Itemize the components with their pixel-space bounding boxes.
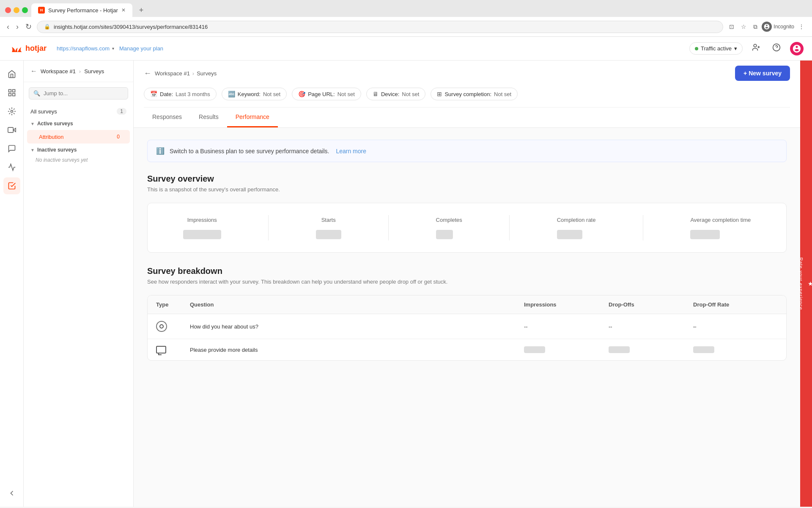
textarea-corner-icon	[158, 353, 162, 355]
date-filter-chip[interactable]: 📅 Date: Last 3 months	[144, 88, 217, 100]
attribution-label: Attribution	[39, 134, 64, 140]
back-arrow-icon[interactable]: ←	[30, 67, 37, 75]
search-input[interactable]	[44, 90, 123, 97]
survey-overview-section: Survey overview This is a snapshot of th…	[147, 174, 787, 253]
help-button[interactable]	[770, 41, 783, 56]
browser-window-controls	[5, 7, 28, 13]
date-filter-label: Date:	[160, 91, 173, 97]
starts-label: Starts	[316, 217, 341, 223]
row2-drop-off-rate-blur	[693, 346, 714, 353]
top-bc-surveys: Surveys	[197, 70, 217, 77]
app-container: hotjar https://snapflows.com ▾ Manage yo…	[0, 37, 812, 507]
table-row: How did you hear about us? -- -- –	[148, 314, 786, 339]
browser-nav-bar: ‹ › ↻ 🔒 insights.hotjar.com/sites/309041…	[0, 17, 812, 37]
sidebar-item-heatmaps[interactable]	[3, 103, 20, 120]
new-survey-button[interactable]: + New survey	[735, 66, 790, 81]
completion-rate-value	[557, 230, 582, 239]
page-url-filter-chip[interactable]: 🎯 Page URL: Not set	[292, 88, 361, 100]
app-header: hotjar https://snapflows.com ▾ Manage yo…	[0, 37, 812, 61]
rate-experience-sidebar[interactable]: ★ Rate your experience	[800, 61, 812, 507]
th-drop-offs: Drop-Offs	[609, 301, 693, 308]
cast-icon[interactable]: ⊡	[727, 22, 737, 32]
survey-completion-filter-label: Survey completion:	[444, 91, 491, 97]
hotjar-logo: hotjar	[8, 42, 47, 55]
user-avatar[interactable]	[790, 42, 804, 55]
date-filter-value: Last 3 months	[176, 91, 210, 97]
browser-menu-button[interactable]: ⋮	[796, 22, 807, 32]
row1-type	[156, 321, 190, 332]
all-surveys-row[interactable]: All surveys 1	[24, 105, 133, 118]
browser-tab-title: Survey Performance - Hotjar	[48, 7, 118, 14]
device-filter-chip[interactable]: 🖥 Device: Not set	[366, 88, 426, 100]
inactive-surveys-arrow: ▼	[30, 148, 35, 152]
keyword-filter-chip[interactable]: 🔤 Keyword: Not set	[222, 88, 287, 100]
new-tab-button[interactable]: +	[136, 4, 147, 17]
textarea-type-icon	[156, 346, 166, 353]
avg-time-value	[690, 230, 720, 239]
active-surveys-label: Active surveys	[37, 121, 73, 127]
sidebar-item-feedback[interactable]	[3, 140, 20, 157]
sidebar-item-funnels[interactable]	[3, 159, 20, 176]
keyword-icon: 🔤	[228, 91, 235, 97]
header-right: Traffic active ▾	[689, 41, 804, 56]
active-surveys-arrow: ▼	[30, 121, 35, 126]
address-text: insights.hotjar.com/sites/3090413/survey…	[54, 24, 208, 30]
tab-performance[interactable]: Performance	[227, 108, 278, 127]
forward-button[interactable]: ›	[14, 21, 20, 33]
inactive-surveys-label: Inactive surveys	[37, 147, 77, 153]
maximize-window-button[interactable]	[22, 7, 28, 13]
tab-results[interactable]: Results	[190, 108, 227, 127]
row2-drop-offs-blur	[609, 346, 630, 353]
survey-completion-filter-value: Not set	[494, 91, 511, 97]
browser-tab[interactable]: H Survey Performance - Hotjar ✕	[31, 3, 132, 17]
metric-separator-4	[643, 215, 643, 240]
metric-avg-time: Average completion time	[690, 217, 751, 239]
manage-plan-link[interactable]: Manage your plan	[119, 45, 163, 52]
address-bar[interactable]: 🔒 insights.hotjar.com/sites/3090413/surv…	[37, 21, 723, 33]
sidebar-item-collapse[interactable]	[3, 485, 20, 502]
browser-title-bar: H Survey Performance - Hotjar ✕ +	[0, 0, 812, 17]
traffic-status-label: Traffic active	[701, 45, 732, 52]
incognito-icon	[762, 22, 772, 32]
breadcrumb-separator: ›	[79, 68, 81, 75]
keyword-filter-value: Not set	[263, 91, 280, 97]
sidebar-item-dashboard[interactable]	[3, 84, 20, 101]
refresh-button[interactable]: ↻	[24, 20, 33, 33]
traffic-status-badge[interactable]: Traffic active ▾	[689, 42, 743, 55]
top-bc-sep: ›	[192, 70, 194, 77]
back-button[interactable]: ‹	[5, 21, 11, 33]
extensions-icon[interactable]: ⧉	[751, 22, 760, 32]
add-user-button[interactable]	[749, 41, 763, 56]
top-back-arrow[interactable]: ←	[144, 69, 151, 78]
sidebar-item-home[interactable]	[3, 66, 20, 83]
bookmark-icon[interactable]: ☆	[738, 22, 749, 32]
survey-completion-filter-chip[interactable]: ⊞ Survey completion: Not set	[431, 88, 518, 100]
filter-bar: 📅 Date: Last 3 months 🔤 Keyword: Not set…	[144, 81, 790, 108]
search-input-wrap[interactable]: 🔍	[29, 87, 128, 99]
page-url-filter-value: Not set	[337, 91, 355, 97]
inactive-surveys-header[interactable]: ▼ Inactive surveys	[24, 144, 133, 155]
survey-overview-title: Survey overview	[147, 174, 787, 184]
sidebar-item-surveys[interactable]	[3, 177, 20, 194]
sidebar-item-recordings[interactable]	[3, 121, 20, 138]
site-selector[interactable]: https://snapflows.com ▾	[57, 45, 114, 52]
close-window-button[interactable]	[5, 7, 11, 13]
metric-separator-3	[509, 215, 510, 240]
rate-star-icon: ★	[807, 280, 812, 287]
th-type: Type	[156, 301, 190, 308]
upgrade-banner: ℹ️ Switch to a Business plan to see surv…	[147, 140, 787, 162]
minimize-window-button[interactable]	[14, 7, 19, 13]
attribution-survey-item[interactable]: Attribution 0	[27, 130, 130, 144]
search-icon: 🔍	[33, 90, 40, 97]
keyword-filter-label: Keyword:	[238, 91, 261, 97]
svg-rect-6	[12, 90, 15, 92]
metric-starts: Starts	[316, 217, 341, 239]
tab-responses[interactable]: Responses	[144, 108, 190, 127]
tab-close-icon[interactable]: ✕	[121, 7, 126, 13]
row2-drop-off-rate	[693, 346, 778, 353]
active-surveys-header[interactable]: ▼ Active surveys	[24, 118, 133, 129]
breadcrumb-current: Surveys	[84, 68, 104, 75]
learn-more-link[interactable]: Learn more	[336, 148, 366, 155]
incognito-badge[interactable]: Incognito	[762, 22, 794, 32]
site-url[interactable]: https://snapflows.com	[57, 45, 110, 52]
